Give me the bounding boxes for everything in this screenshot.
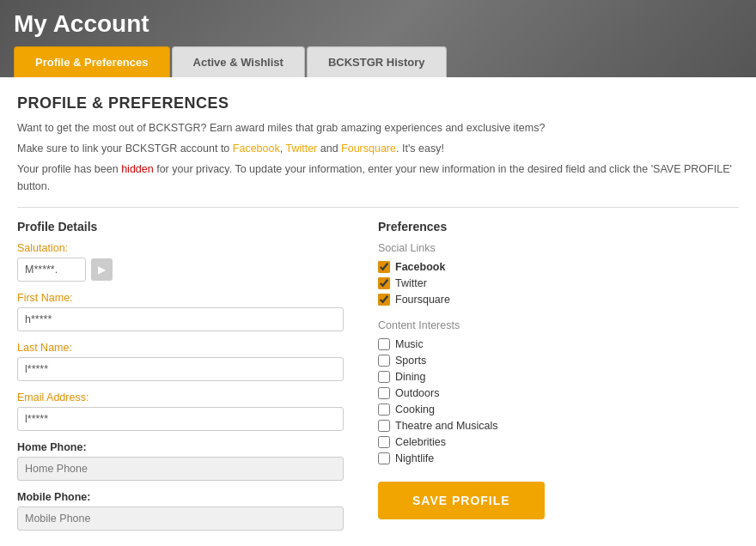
twitter-link[interactable]: Twitter	[285, 143, 317, 155]
email-label: Email Address:	[17, 391, 344, 403]
salutation-input[interactable]	[17, 258, 86, 282]
hidden-text: hidden	[121, 163, 154, 175]
sports-label: Sports	[395, 355, 426, 367]
dining-label: Dining	[395, 371, 425, 383]
info-text-2: Make sure to link your BCKSTGR account t…	[17, 140, 739, 157]
section-divider	[17, 207, 739, 208]
cooking-checkbox[interactable]	[378, 403, 390, 416]
email-input[interactable]	[17, 407, 344, 431]
music-checkbox-item: Music	[378, 338, 687, 350]
outdoors-checkbox[interactable]	[378, 387, 390, 399]
last-name-label: Last Name:	[17, 342, 344, 354]
foursquare-checkbox[interactable]	[378, 294, 390, 306]
last-name-input[interactable]	[17, 357, 344, 381]
nightlife-checkbox-item: Nightlife	[378, 452, 687, 464]
tab-profile-preferences[interactable]: Profile & Preferences	[14, 46, 170, 77]
facebook-checkbox-item: Facebook	[378, 261, 687, 273]
home-phone-group: Home Phone:	[17, 441, 344, 481]
foursquare-link[interactable]: Foursquare	[341, 143, 396, 155]
info-text-1: Want to get the most out of BCKSTGR? Ear…	[17, 119, 739, 136]
celebrities-checkbox-item: Celebrities	[378, 436, 687, 448]
page-header: My Account Profile & Preferences Active …	[0, 0, 756, 77]
nightlife-checkbox[interactable]	[378, 452, 390, 464]
content-interests-title: Content Interests	[378, 319, 687, 331]
home-phone-label: Home Phone:	[17, 441, 344, 453]
sports-checkbox-item: Sports	[378, 355, 687, 367]
email-group: Email Address:	[17, 391, 344, 431]
nightlife-label: Nightlife	[395, 452, 434, 464]
twitter-checkbox[interactable]	[378, 277, 390, 289]
main-content: PROFILE & PREFERENCES Want to get the mo…	[0, 77, 756, 546]
profile-details-col: Profile Details Salutation: ▶ First Name…	[17, 220, 344, 541]
outdoors-checkbox-item: Outdoors	[378, 387, 687, 399]
salutation-group: Salutation: ▶	[17, 242, 344, 282]
theatre-label: Theatre and Musicals	[395, 420, 498, 432]
mobile-phone-input[interactable]	[17, 507, 344, 531]
profile-details-title: Profile Details	[17, 220, 344, 234]
page-title: My Account	[14, 10, 742, 38]
cooking-label: Cooking	[395, 403, 435, 416]
facebook-label: Facebook	[395, 261, 445, 273]
preferences-col: Preferences Social Links Facebook Twitte…	[378, 220, 687, 541]
sports-checkbox[interactable]	[378, 355, 390, 367]
music-label: Music	[395, 338, 424, 350]
foursquare-checkbox-item: Foursquare	[378, 294, 687, 306]
tab-bckstgr-history[interactable]: BCKSTGR History	[307, 46, 447, 77]
info-text-3: Your profile has been hidden for your pr…	[17, 161, 739, 195]
cooking-checkbox-item: Cooking	[378, 403, 687, 416]
social-links-title: Social Links	[378, 242, 687, 254]
theatre-checkbox[interactable]	[378, 420, 390, 432]
two-column-layout: Profile Details Salutation: ▶ First Name…	[17, 220, 739, 541]
twitter-checkbox-item: Twitter	[378, 277, 687, 289]
dining-checkbox-item: Dining	[378, 371, 687, 383]
facebook-link[interactable]: Facebook	[233, 143, 280, 155]
celebrities-label: Celebrities	[395, 436, 446, 448]
mobile-phone-label: Mobile Phone:	[17, 491, 344, 503]
preferences-title: Preferences	[378, 220, 687, 234]
first-name-label: First Name:	[17, 292, 344, 304]
salutation-label: Salutation:	[17, 242, 344, 254]
first-name-input[interactable]	[17, 307, 344, 331]
outdoors-label: Outdoors	[395, 387, 439, 399]
tab-active-wishlist[interactable]: Active & Wishlist	[172, 46, 305, 77]
facebook-checkbox[interactable]	[378, 261, 390, 273]
twitter-label: Twitter	[395, 277, 427, 289]
section-title: PROFILE & PREFERENCES	[17, 94, 739, 112]
theatre-checkbox-item: Theatre and Musicals	[378, 420, 687, 432]
tab-bar: Profile & Preferences Active & Wishlist …	[14, 46, 742, 77]
foursquare-label: Foursquare	[395, 294, 450, 306]
celebrities-checkbox[interactable]	[378, 436, 390, 448]
music-checkbox[interactable]	[378, 338, 390, 350]
dining-checkbox[interactable]	[378, 371, 390, 383]
salutation-arrow-button[interactable]: ▶	[91, 258, 113, 281]
salutation-row: ▶	[17, 258, 344, 282]
save-profile-button[interactable]: SAVE PROFILE	[378, 482, 545, 519]
last-name-group: Last Name:	[17, 342, 344, 381]
first-name-group: First Name:	[17, 292, 344, 331]
home-phone-input[interactable]	[17, 457, 344, 481]
mobile-phone-group: Mobile Phone:	[17, 491, 344, 531]
